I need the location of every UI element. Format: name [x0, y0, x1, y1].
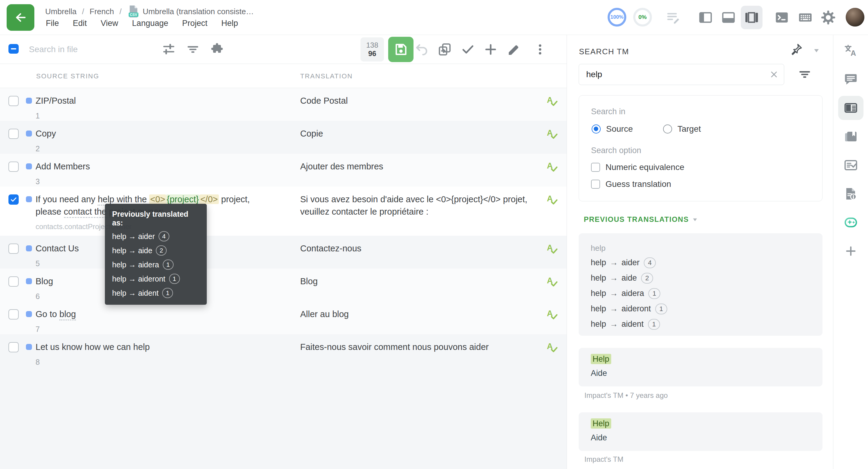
- settings-gear-icon[interactable]: [820, 10, 836, 25]
- tab-comments[interactable]: [833, 68, 868, 91]
- string-row[interactable]: Let us know how we can help8Faites-nous …: [0, 334, 567, 367]
- more-options-icon[interactable]: [533, 42, 547, 57]
- tm-filter-icon[interactable]: [798, 67, 812, 83]
- breadcrumb-language[interactable]: French: [90, 7, 114, 16]
- spellcheck-icon[interactable]: A: [546, 308, 558, 321]
- breadcrumb-project[interactable]: Umbrella: [45, 7, 76, 16]
- radio-target-label: Target: [678, 124, 701, 134]
- spellcheck-icon[interactable]: A: [546, 242, 558, 255]
- tab-file-info[interactable]: [833, 182, 868, 205]
- approved-progress-ring[interactable]: 0%: [633, 8, 652, 27]
- tm-result-source: Help: [591, 419, 810, 428]
- spellcheck-icon[interactable]: A: [546, 193, 558, 206]
- tab-glossary[interactable]: [833, 125, 868, 148]
- checkbox-numeric-equivalence[interactable]: Numeric equivalence: [591, 162, 810, 172]
- menu-view[interactable]: View: [101, 19, 118, 28]
- spellcheck-icon[interactable]: A: [546, 275, 558, 288]
- tab-ai-assistant[interactable]: [833, 211, 868, 234]
- menu-edit[interactable]: Edit: [73, 19, 87, 28]
- breadcrumb-file[interactable]: Umbrella (translation consiste…: [143, 7, 253, 16]
- spellcheck-icon[interactable]: A: [546, 95, 558, 107]
- row-checkbox[interactable]: [8, 276, 19, 287]
- tab-search-tm[interactable]: [833, 96, 868, 119]
- editor-panel: 138 96: [0, 35, 567, 469]
- previous-translation-item[interactable]: help→aide2: [591, 270, 810, 286]
- source-string: Copy2: [36, 127, 277, 155]
- row-checkbox[interactable]: [8, 309, 19, 319]
- tooltip-translation-item: help → aider4: [112, 231, 199, 242]
- clear-search-icon[interactable]: [770, 70, 778, 80]
- previous-translations-toggle[interactable]: PREVIOUS TRANSLATIONS: [584, 215, 698, 224]
- column-translation: TRANSLATION: [300, 72, 352, 80]
- tm-search-input[interactable]: [579, 64, 784, 85]
- layout-left-panel-icon[interactable]: [698, 10, 713, 25]
- console-icon[interactable]: [774, 10, 789, 25]
- tab-qa-checks[interactable]: [833, 154, 868, 177]
- previous-translation-item[interactable]: help→aideront1: [591, 301, 810, 316]
- total-count: 138: [366, 41, 378, 50]
- avatar[interactable]: [846, 8, 864, 27]
- pin-icon[interactable]: [789, 43, 803, 57]
- plus-icon: [844, 244, 858, 258]
- radio-target[interactable]: Target: [663, 124, 701, 134]
- sort-filter-icon[interactable]: [186, 42, 200, 57]
- row-checkbox[interactable]: [8, 342, 19, 352]
- translated-progress-ring[interactable]: 100%: [608, 8, 626, 27]
- layout-bottom-panel-icon[interactable]: [721, 10, 736, 25]
- row-checkbox[interactable]: [8, 162, 19, 172]
- translation-count-badge: 2: [641, 273, 653, 284]
- previous-translation-item[interactable]: help→aident1: [591, 316, 810, 332]
- spellcheck-icon[interactable]: A: [546, 341, 558, 353]
- ai-sparkles-icon: [844, 215, 858, 230]
- previous-items: help→aider4help→aide2help→aidera1help→ai…: [591, 255, 810, 332]
- row-checkbox[interactable]: [8, 244, 19, 254]
- source-string: ZIP/Postal1: [36, 95, 277, 122]
- spellcheck-icon[interactable]: A: [546, 127, 558, 140]
- plugins-puzzle-icon[interactable]: [210, 42, 224, 57]
- layout-right-panel-icon[interactable]: [744, 10, 760, 25]
- tm-result[interactable]: Help Aide: [579, 412, 823, 451]
- file-search-input[interactable]: [29, 40, 144, 59]
- back-arrow-icon: [14, 11, 27, 24]
- menu-language[interactable]: Language: [132, 19, 168, 28]
- back-button[interactable]: [7, 4, 34, 31]
- save-button[interactable]: [388, 37, 413, 62]
- filter-settings-icon[interactable]: [161, 42, 176, 57]
- spellcheck-icon[interactable]: A: [546, 160, 558, 173]
- string-row[interactable]: ZIP/Postal1Code Postal A: [0, 88, 567, 121]
- radio-source[interactable]: Source: [592, 124, 633, 134]
- translation-string: Copie: [300, 127, 538, 140]
- panel-collapse-caret-icon[interactable]: [813, 48, 820, 54]
- string-status-dot: [26, 196, 32, 202]
- string-row[interactable]: Blog6Blog A: [0, 269, 567, 302]
- row-checkbox[interactable]: [8, 96, 19, 106]
- tm-result[interactable]: Help Aide: [579, 348, 823, 386]
- select-all-checkbox[interactable]: [8, 44, 19, 54]
- string-row[interactable]: Copy2Copie A: [0, 121, 567, 154]
- menu-file[interactable]: File: [46, 19, 59, 28]
- string-row[interactable]: If you need any help with the <0>{projec…: [0, 187, 567, 236]
- tab-translate[interactable]: A: [833, 39, 868, 62]
- tooltip-translation-item: help → aidera1: [112, 259, 199, 270]
- previous-translations-tooltip: Previously translated as: help → aider4h…: [105, 204, 207, 305]
- previous-translation-item[interactable]: help→aider4: [591, 255, 810, 270]
- chevron-down-icon: [692, 218, 698, 222]
- drafts-icon[interactable]: [665, 10, 681, 25]
- string-row[interactable]: Go to blog7Aller au blog A: [0, 302, 567, 334]
- string-row[interactable]: Add Members3Ajouter des membres A: [0, 154, 567, 187]
- previous-translation-item[interactable]: help→aidera1: [591, 286, 810, 301]
- string-row[interactable]: Contact Us5Contactez-nous A: [0, 236, 567, 269]
- keyboard-shortcuts-icon[interactable]: [798, 10, 813, 25]
- undo-icon[interactable]: [415, 42, 429, 57]
- row-checkbox-checked[interactable]: [8, 194, 19, 205]
- checkbox-guess-translation[interactable]: Guess translation: [591, 179, 810, 189]
- guess-translation-box: [591, 180, 600, 189]
- menu-help[interactable]: Help: [221, 19, 238, 28]
- add-string-icon[interactable]: [484, 42, 498, 57]
- copy-source-icon[interactable]: [438, 42, 452, 57]
- row-checkbox[interactable]: [8, 129, 19, 139]
- menu-project[interactable]: Project: [182, 19, 207, 28]
- approve-check-icon[interactable]: [461, 42, 475, 57]
- edit-pencil-icon[interactable]: [506, 42, 521, 57]
- add-panel-button[interactable]: [833, 240, 868, 262]
